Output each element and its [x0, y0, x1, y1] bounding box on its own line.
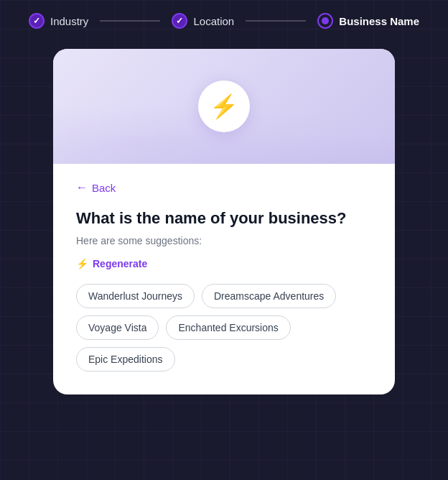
bolt-icon: ⚡	[210, 93, 238, 120]
step-industry-icon: ✓	[29, 13, 45, 29]
step-business-name: Business Name	[317, 13, 419, 29]
card-body: ← Back What is the name of your business…	[53, 164, 395, 394]
step-location: ✓ Location	[172, 13, 234, 29]
step-location-label: Location	[193, 15, 234, 27]
suggestions-label: Here are some suggestions:	[76, 235, 372, 246]
suggestions-grid: Wanderlust Journeys Dreamscape Adventure…	[76, 284, 372, 371]
back-label: Back	[92, 182, 116, 194]
suggestion-chip-4[interactable]: Epic Expeditions	[76, 347, 175, 371]
card-header: ⚡	[53, 49, 395, 164]
main-card: ⚡ ← Back What is the name of your busine…	[53, 49, 395, 394]
back-arrow-icon: ←	[76, 181, 88, 194]
regenerate-button[interactable]: ⚡ Regenerate	[76, 258, 147, 269]
step-industry-label: Industry	[50, 15, 88, 27]
suggestion-chip-0[interactable]: Wanderlust Journeys	[76, 284, 195, 308]
suggestion-chip-1[interactable]: Dreamscape Adventures	[202, 284, 336, 308]
question-title: What is the name of your business?	[76, 208, 372, 229]
regenerate-icon: ⚡	[76, 258, 88, 269]
suggestion-chip-3[interactable]: Enchanted Excursions	[166, 315, 290, 340]
bolt-circle: ⚡	[198, 80, 250, 132]
regenerate-label: Regenerate	[93, 258, 147, 269]
step-industry: ✓ Industry	[29, 13, 88, 29]
suggestion-chip-2[interactable]: Voyage Vista	[76, 315, 159, 340]
back-link[interactable]: ← Back	[76, 181, 372, 194]
step-location-icon: ✓	[172, 13, 187, 29]
steps-bar: ✓ Industry ✓ Location Business Name	[0, 0, 448, 42]
step-line-2	[246, 20, 306, 22]
step-line-1	[100, 20, 160, 22]
step-business-name-label: Business Name	[339, 15, 419, 27]
step-business-name-icon	[317, 13, 333, 29]
